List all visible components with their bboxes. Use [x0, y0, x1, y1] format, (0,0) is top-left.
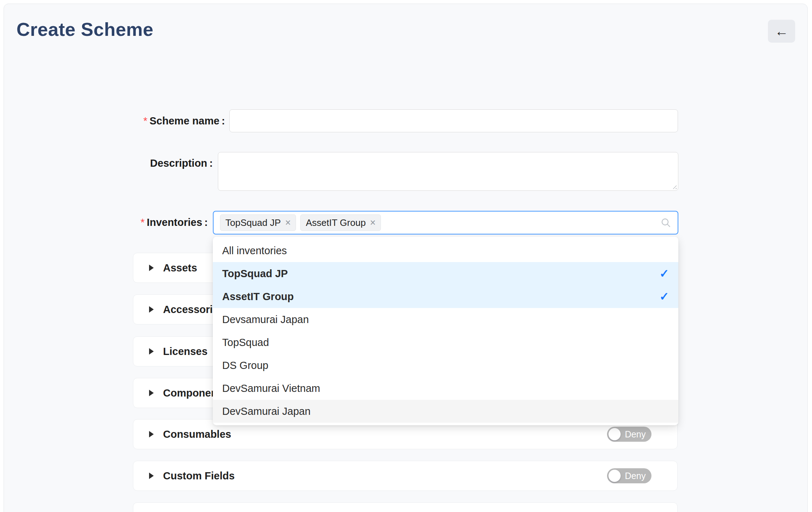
- inventories-multiselect[interactable]: TopSquad JP × AssetIT Group ×: [213, 211, 678, 234]
- option-label: DS Group: [222, 360, 268, 371]
- toggle-knob: [608, 428, 621, 440]
- dropdown-option[interactable]: AssetIT Group ✓: [213, 285, 678, 308]
- tag-label: AssetIT Group: [306, 217, 366, 228]
- page-title: Create Scheme: [16, 19, 153, 40]
- caret-right-icon: [149, 306, 154, 313]
- dropdown-option[interactable]: DevSamurai Japan: [213, 400, 678, 423]
- tag-label: TopSquad JP: [225, 217, 281, 228]
- option-label: AssetIT Group: [222, 291, 294, 303]
- check-icon: ✓: [659, 267, 669, 280]
- scheme-name-input[interactable]: [229, 109, 678, 132]
- dropdown-option[interactable]: TopSquad: [213, 331, 678, 354]
- inventories-dropdown: All inventories TopSquad JP ✓ AssetIT Gr…: [213, 237, 678, 425]
- inventories-label: *Inventories:: [140, 216, 208, 228]
- option-label: DevSamurai Japan: [222, 406, 311, 417]
- tag-close-icon[interactable]: ×: [370, 218, 376, 228]
- option-label: TopSquad JP: [222, 268, 288, 280]
- back-button[interactable]: ←: [768, 20, 795, 43]
- dropdown-option[interactable]: DS Group: [213, 354, 678, 377]
- option-label: All inventories: [222, 245, 287, 257]
- selected-tag: AssetIT Group ×: [300, 214, 381, 231]
- toggle-knob: [608, 470, 621, 482]
- description-label: Description:: [150, 157, 213, 169]
- caret-right-icon: [149, 473, 154, 479]
- required-asterisk: *: [140, 217, 144, 228]
- caret-right-icon: [149, 431, 154, 437]
- search-icon: [660, 217, 671, 228]
- toggle-label: Deny: [625, 468, 646, 483]
- caret-right-icon: [149, 348, 154, 355]
- panel-label: Licenses: [163, 346, 207, 357]
- option-label: Devsamurai Japan: [222, 314, 309, 326]
- deny-toggle[interactable]: Deny: [607, 468, 651, 483]
- label-colon: :: [221, 115, 225, 127]
- label-colon: :: [209, 157, 213, 169]
- dropdown-option[interactable]: TopSquad JP ✓: [213, 262, 678, 285]
- inventories-label-text: Inventories: [147, 217, 202, 228]
- option-label: TopSquad: [222, 337, 269, 349]
- deny-toggle[interactable]: Deny: [607, 427, 651, 442]
- panel-partial[interactable]: [133, 502, 678, 512]
- caret-right-icon: [149, 265, 154, 271]
- tag-close-icon[interactable]: ×: [285, 218, 291, 228]
- check-icon: ✓: [659, 290, 669, 303]
- dropdown-option[interactable]: Devsamurai Japan: [213, 308, 678, 331]
- description-field-wrap: [218, 152, 678, 191]
- panel-label: Custom Fields: [163, 470, 235, 482]
- panel-label: Assets: [163, 262, 197, 274]
- description-textarea[interactable]: [218, 152, 678, 191]
- option-label: DevSamurai Vietnam: [222, 383, 320, 394]
- dropdown-option[interactable]: DevSamurai Vietnam: [213, 377, 678, 400]
- selected-tag: TopSquad JP ×: [220, 214, 296, 231]
- toggle-label: Deny: [625, 427, 646, 442]
- panel-label: Consumables: [163, 428, 231, 440]
- caret-right-icon: [149, 390, 154, 396]
- scheme-name-label-text: Scheme name: [149, 115, 219, 127]
- label-colon: :: [204, 217, 208, 228]
- scheme-name-label: *Scheme name:: [143, 115, 225, 127]
- arrow-left-icon: ←: [775, 24, 788, 39]
- required-asterisk: *: [143, 115, 147, 127]
- panel-custom-fields[interactable]: Custom Fields Deny: [133, 461, 678, 491]
- description-label-text: Description: [150, 157, 207, 169]
- dropdown-option[interactable]: All inventories: [213, 239, 678, 262]
